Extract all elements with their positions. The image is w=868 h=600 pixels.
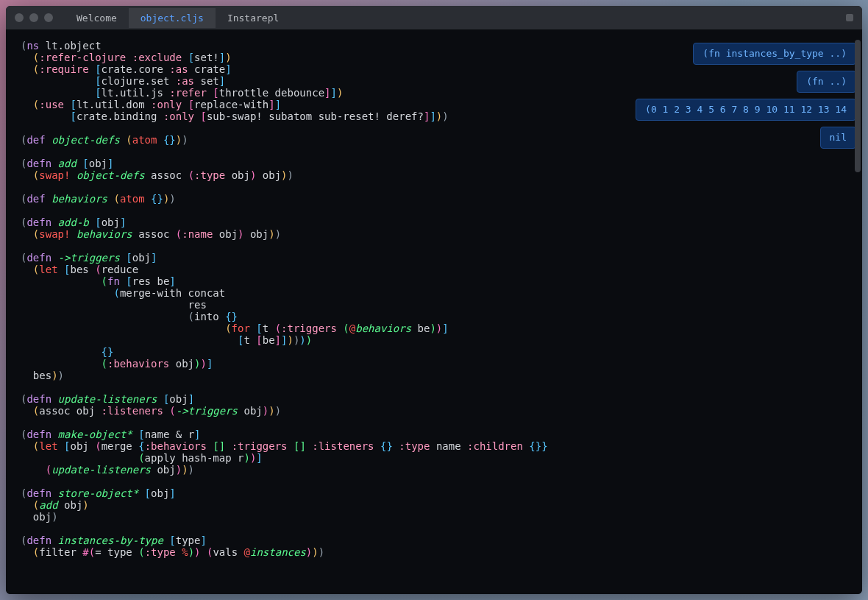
code-line[interactable]: (swap! behaviors assoc (:name obj) obj)) [21,228,847,240]
code-line[interactable]: (into {} [21,311,847,322]
code-line[interactable] [21,205,847,216]
code-line[interactable]: (defn update-listeners [obj] [21,393,847,405]
code-line[interactable]: (defn add-b [obj] [21,216,847,228]
eval-result[interactable]: (fn instances_by_type ..) [693,43,856,65]
code-line[interactable]: (:behaviors obj))] [21,358,847,370]
minimize-window-icon[interactable] [29,13,38,22]
code-line[interactable] [21,240,847,252]
code-line[interactable]: (fn [res be] [21,275,847,287]
eval-result[interactable]: nil [820,127,856,149]
zoom-window-icon[interactable] [44,13,53,22]
code-line[interactable] [21,523,847,534]
code-line[interactable] [21,417,847,428]
editor-area[interactable]: (ns lt.object (:refer-clojure :exclude [… [6,29,862,594]
code-line[interactable]: [t [be]])))) [21,334,847,346]
code-line[interactable]: (merge-with concat [21,287,847,299]
code-line[interactable]: obj) [21,511,847,523]
code-line[interactable]: (apply hash-map r))] [21,452,847,464]
tab-instarepl[interactable]: Instarepl [216,8,291,28]
scrollbar-thumb[interactable] [855,40,861,172]
editor-window: Welcomeobject.cljsInstarepl (ns lt.objec… [6,6,862,594]
code-line[interactable]: (def behaviors (atom {})) [21,193,847,205]
code-line[interactable]: (filter #(= type (:type %)) (vals @insta… [21,546,847,558]
tab-object-cljs[interactable]: object.cljs [129,8,216,28]
code-line[interactable]: res [21,299,847,311]
code-line[interactable]: (defn instances-by-type [type] [21,534,847,546]
code-line[interactable]: (assoc obj :listeners (->triggers obj))) [21,405,847,417]
code-line[interactable] [21,476,847,487]
code-line[interactable]: (defn make-object* [name & r] [21,428,847,440]
tab-bar: Welcomeobject.cljsInstarepl [65,8,846,28]
code-line[interactable]: (defn ->triggers [obj] [21,252,847,264]
code-line[interactable]: (defn add [obj] [21,158,847,169]
eval-result[interactable]: (fn ..) [797,71,856,93]
titlebar: Welcomeobject.cljsInstarepl [6,6,862,29]
code-line[interactable]: (add obj) [21,499,847,511]
eval-result[interactable]: (0 1 2 3 4 5 6 7 8 9 10 11 12 13 14 [636,99,856,121]
code-line[interactable]: (let [bes (reduce [21,264,847,275]
code-line[interactable] [21,381,847,393]
code-line[interactable]: (swap! object-defs assoc (:type obj) obj… [21,169,847,181]
code-line[interactable]: (update-listeners obj))) [21,464,847,476]
tab-welcome[interactable]: Welcome [65,8,129,28]
eval-results: (fn instances_by_type ..)(fn ..)(0 1 2 3… [636,43,856,149]
code-line[interactable]: bes)) [21,370,847,381]
code-line[interactable]: (let [obj (merge {:behaviors [] :trigger… [21,440,847,452]
code-line[interactable]: (for [t (:triggers (@behaviors be))] [21,322,847,334]
tab-overflow-indicator[interactable] [846,14,853,21]
code-line[interactable]: (defn store-object* [obj] [21,487,847,499]
traffic-lights [15,13,53,22]
code-line[interactable] [21,181,847,193]
code-line[interactable]: {} [21,346,847,358]
close-window-icon[interactable] [15,13,24,22]
